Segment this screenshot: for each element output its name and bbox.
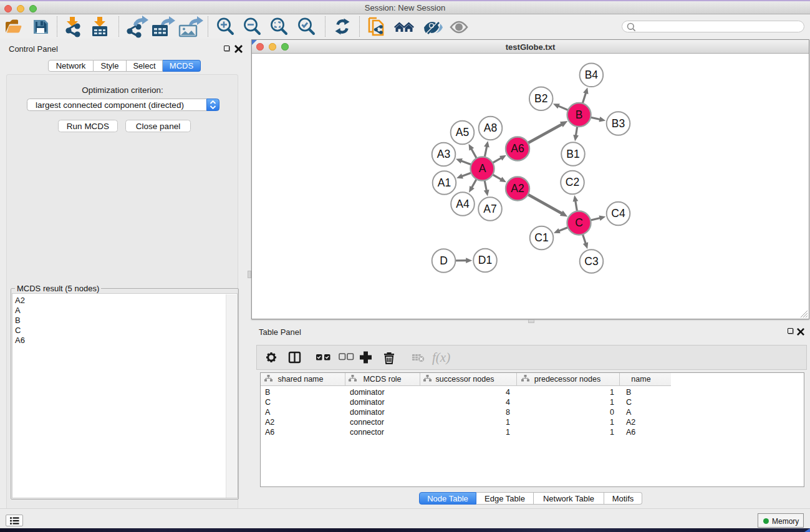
svg-text:A1: A1 (438, 177, 451, 189)
svg-text:A3: A3 (437, 148, 450, 160)
svg-text:A6: A6 (511, 142, 524, 155)
svg-text:B: B (576, 109, 583, 121)
svg-text:A7: A7 (483, 203, 496, 215)
svg-text:B1: B1 (566, 148, 579, 160)
svg-text:A: A (479, 162, 486, 175)
svg-text:B4: B4 (585, 69, 599, 81)
svg-text:C2: C2 (566, 176, 579, 188)
svg-text:f(x): f(x) (432, 350, 450, 365)
svg-text:A2: A2 (511, 182, 524, 195)
svg-text:D1: D1 (478, 254, 492, 266)
svg-text:C3: C3 (584, 255, 598, 268)
svg-text:A8: A8 (484, 122, 497, 134)
svg-text:C1: C1 (534, 231, 548, 244)
svg-text:D: D (440, 254, 448, 267)
svg-text:B3: B3 (612, 117, 625, 130)
svg-text:C: C (575, 216, 583, 229)
svg-text:B2: B2 (534, 92, 547, 105)
svg-text:A4: A4 (456, 198, 470, 210)
svg-text:C4: C4 (611, 207, 625, 220)
svg-text:A5: A5 (456, 126, 469, 138)
